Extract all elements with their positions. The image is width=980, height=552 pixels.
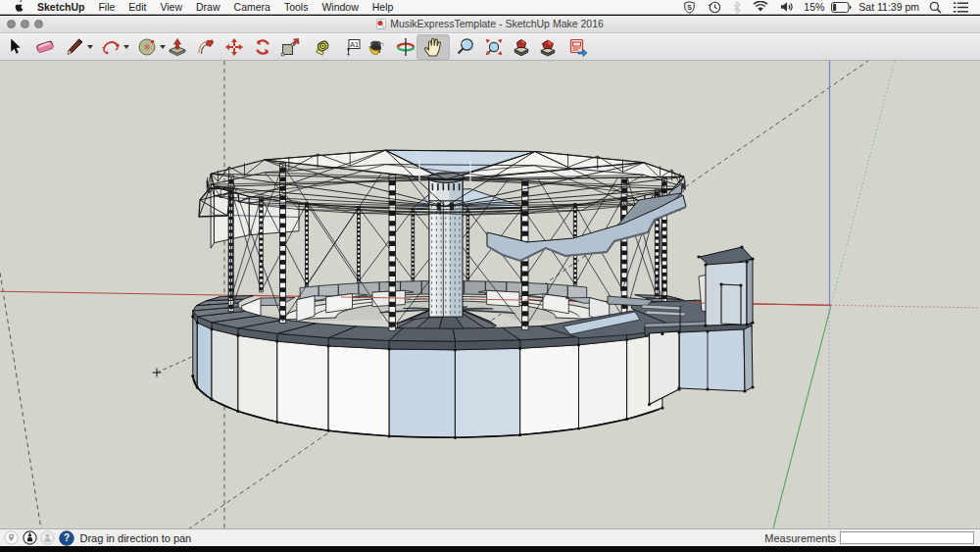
- sign-in-icon[interactable]: [40, 530, 55, 545]
- svg-text:?: ?: [63, 532, 69, 543]
- wifi-icon[interactable]: [747, 0, 774, 15]
- shield-status-icon[interactable]: S: [677, 0, 702, 15]
- tool-rotate[interactable]: [251, 35, 274, 59]
- menu-view[interactable]: View: [153, 1, 189, 13]
- viewport-scene[interactable]: [0, 61, 980, 528]
- tool-share-model[interactable]: [536, 35, 560, 59]
- tool-text[interactable]: A1: [340, 35, 364, 59]
- battery-percent: 15%: [800, 1, 828, 13]
- menu-camera[interactable]: Camera: [227, 1, 277, 13]
- toolbar: A1: [0, 33, 980, 61]
- bluetooth-icon[interactable]: [727, 0, 747, 15]
- menu-clock[interactable]: Sat 11:39 pm: [855, 1, 923, 13]
- tool-paint-bucket[interactable]: [365, 35, 388, 59]
- volume-icon[interactable]: [774, 0, 800, 15]
- measurements-input[interactable]: [840, 531, 974, 544]
- notification-center-icon[interactable]: [948, 0, 980, 15]
- svg-text:A1: A1: [350, 41, 359, 48]
- svg-text:S: S: [687, 3, 692, 10]
- tool-tape-measure[interactable]: [312, 35, 335, 59]
- tool-pan[interactable]: [416, 34, 450, 60]
- tool-zoom-extents[interactable]: [482, 35, 506, 59]
- model-viewport[interactable]: [0, 61, 980, 528]
- tool-line-dropdown-icon[interactable]: [87, 45, 93, 49]
- tool-shapes[interactable]: [135, 35, 159, 59]
- time-machine-icon[interactable]: [702, 0, 727, 15]
- tool-orbit[interactable]: [394, 35, 417, 59]
- menu-sketchup[interactable]: SketchUp: [30, 1, 91, 13]
- tool-push-pull[interactable]: [166, 35, 189, 59]
- menu-draw[interactable]: Draw: [189, 1, 227, 13]
- macos-menu-bar: SketchUp File Edit View Draw Camera Tool…: [0, 0, 980, 15]
- help-icon[interactable]: ?: [59, 530, 74, 546]
- apple-menu-icon[interactable]: [14, 0, 24, 15]
- geolocation-icon[interactable]: [4, 530, 19, 545]
- claim-credit-icon[interactable]: [23, 530, 37, 545]
- tool-line[interactable]: [63, 35, 86, 59]
- spotlight-search-icon[interactable]: [923, 0, 948, 15]
- tool-eraser[interactable]: [33, 35, 57, 59]
- window-title: MusikExpressTemplate - SketchUp Make 201…: [0, 18, 980, 31]
- menu-edit[interactable]: Edit: [122, 1, 153, 13]
- status-hint: Drag in direction to pan: [80, 532, 192, 544]
- menu-file[interactable]: File: [91, 1, 122, 13]
- tool-zoom[interactable]: [454, 35, 477, 59]
- tool-arc-dropdown-icon[interactable]: [123, 45, 129, 49]
- tool-scale[interactable]: [278, 35, 302, 59]
- tool-follow-me[interactable]: [194, 35, 218, 59]
- measurements-label: Measurements: [764, 532, 836, 544]
- menu-tools[interactable]: Tools: [277, 1, 316, 13]
- status-bar: ? Drag in direction to pan Measurements: [0, 528, 980, 546]
- desktop-strip: [0, 546, 980, 552]
- tool-move[interactable]: [222, 35, 246, 59]
- window-title-bar[interactable]: MusikExpressTemplate - SketchUp Make 201…: [0, 16, 980, 33]
- document-icon: [376, 19, 386, 31]
- menu-help[interactable]: Help: [366, 1, 401, 13]
- tool-arc[interactable]: [99, 35, 122, 59]
- tool-send-to-layout[interactable]: [566, 35, 590, 59]
- battery-icon: [828, 0, 855, 15]
- tool-get-models[interactable]: [510, 35, 533, 59]
- menu-window[interactable]: Window: [315, 1, 365, 13]
- tool-select[interactable]: [5, 35, 28, 59]
